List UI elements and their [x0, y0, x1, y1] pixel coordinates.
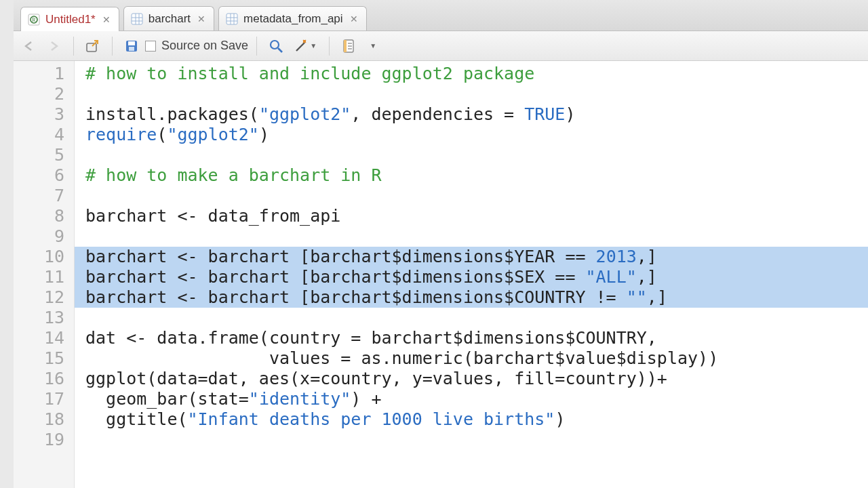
svg-text:R: R	[32, 17, 36, 23]
token-plain: geom_bar(stat=	[85, 389, 249, 409]
code-line[interactable]: # how to install and include ggplot2 pac…	[75, 64, 868, 84]
code-line[interactable]: values = as.numeric(barchart$value$displ…	[75, 348, 868, 369]
separator	[112, 37, 113, 56]
token-str: "Infant deaths per 1000 live births"	[188, 409, 555, 429]
save-button[interactable]	[121, 36, 142, 56]
svg-rect-5	[87, 43, 96, 52]
separator	[256, 37, 257, 56]
token-plain: )	[565, 104, 575, 124]
code-line[interactable]	[75, 430, 868, 450]
code-line[interactable]: # how to make a barchart in R	[75, 165, 868, 186]
code-line[interactable]: require("ggplot2")	[75, 125, 868, 145]
code-line[interactable]: dat <- data.frame(country = barchart$dim…	[75, 328, 868, 348]
token-str: "identity"	[249, 389, 351, 409]
caret-down-icon: ▼	[310, 42, 317, 49]
line-number: 7	[14, 186, 64, 206]
arrow-right-icon	[47, 41, 61, 52]
svg-rect-3	[132, 14, 142, 24]
source-on-save-toggle[interactable]: Source on Save	[145, 39, 248, 53]
token-plain: ,]	[647, 287, 667, 307]
close-icon[interactable]: ✕	[197, 14, 205, 24]
code-tools-button[interactable]: ▼	[290, 36, 321, 56]
source-on-save-label: Source on Save	[161, 39, 248, 53]
line-number: 19	[14, 430, 64, 450]
magic-wand-icon	[294, 39, 309, 54]
document-tab[interactable]: RUntitled1*✕	[20, 7, 119, 31]
token-plain: barchart <- data_from_api	[85, 206, 340, 226]
line-number: 8	[14, 206, 64, 226]
token-str: "ggplot2"	[167, 125, 258, 144]
code-line[interactable]: ggtitle("Infant deaths per 1000 live bir…	[75, 409, 868, 430]
svg-point-9	[271, 41, 279, 49]
line-number: 12	[14, 287, 64, 308]
token-plain: ggplot(data=dat, aes(x=country, y=values…	[85, 369, 667, 388]
code-line[interactable]: barchart <- barchart [barchart$dimension…	[75, 247, 868, 267]
document-tab[interactable]: barchart✕	[123, 6, 214, 30]
source-editor[interactable]: 12345678910111213141516171819 # how to i…	[14, 61, 868, 488]
token-plain: barchart <- barchart [barchart$dimension…	[85, 247, 596, 266]
token-plain: ggtitle(	[85, 409, 188, 429]
line-number: 14	[14, 328, 64, 348]
close-icon[interactable]: ✕	[102, 14, 111, 25]
back-button[interactable]	[19, 36, 41, 56]
svg-rect-7	[128, 41, 135, 45]
notebook-icon	[341, 39, 356, 54]
token-plain: ,]	[637, 267, 657, 287]
tab-title: Untitled1*	[45, 13, 96, 26]
more-menu-button[interactable]: ▼	[362, 36, 382, 56]
svg-rect-11	[344, 40, 347, 52]
close-icon[interactable]: ✕	[350, 14, 358, 24]
separator	[73, 37, 74, 56]
code-line[interactable]: barchart <- barchart [barchart$dimension…	[75, 287, 868, 308]
data-frame-icon	[226, 13, 238, 25]
token-plain: ,]	[637, 247, 657, 266]
tab-bar: RUntitled1*✕barchart✕metadata_from_api✕	[14, 0, 868, 31]
show-in-new-window-button[interactable]	[82, 36, 104, 56]
caret-down-icon: ▼	[370, 42, 376, 49]
token-plain: (	[157, 125, 167, 144]
document-tab[interactable]: metadata_from_api✕	[218, 6, 366, 30]
code-line[interactable]	[75, 84, 868, 104]
line-number: 2	[14, 84, 64, 104]
checkbox-icon	[145, 41, 156, 52]
forward-button[interactable]	[43, 36, 65, 56]
token-plain: install.packages(	[85, 104, 259, 124]
code-line[interactable]	[75, 186, 868, 206]
magnifier-icon	[269, 39, 283, 54]
line-number: 10	[14, 247, 64, 267]
code-line[interactable]: barchart <- data_from_api	[75, 206, 868, 226]
line-number: 3	[14, 104, 64, 125]
svg-rect-4	[226, 14, 237, 24]
popout-icon	[85, 39, 100, 53]
token-plain: barchart <- barchart [barchart$dimension…	[85, 287, 627, 307]
code-line[interactable]	[75, 308, 868, 328]
code-line[interactable]: barchart <- barchart [barchart$dimension…	[75, 267, 868, 287]
line-number: 18	[14, 409, 64, 430]
token-str: ""	[627, 287, 647, 307]
token-comment: # how to install and include ggplot2 pac…	[85, 64, 534, 83]
tab-title: barchart	[149, 12, 191, 26]
token-plain: )	[259, 125, 269, 144]
data-frame-icon	[131, 13, 143, 25]
line-number: 11	[14, 267, 64, 287]
code-line[interactable]	[75, 145, 868, 165]
token-key: require	[85, 125, 157, 144]
line-number: 13	[14, 308, 64, 328]
svg-rect-8	[129, 47, 134, 51]
compile-report-button[interactable]	[338, 36, 359, 56]
line-number-gutter: 12345678910111213141516171819	[14, 61, 75, 488]
token-plain: values = as.numeric(barchart$value$displ…	[85, 348, 718, 368]
code-line[interactable]	[75, 226, 868, 247]
token-plain: dat <- data.frame(country = barchart$dim…	[85, 328, 657, 348]
code-line[interactable]: install.packages("ggplot2", dependencies…	[75, 104, 868, 125]
find-replace-button[interactable]	[265, 36, 287, 56]
line-number: 16	[14, 369, 64, 389]
separator	[329, 37, 330, 56]
code-line[interactable]: ggplot(data=dat, aes(x=country, y=values…	[75, 369, 868, 389]
line-number: 1	[14, 64, 64, 84]
token-plain: )	[555, 409, 565, 429]
code-area[interactable]: # how to install and include ggplot2 pac…	[75, 61, 868, 488]
code-line[interactable]: geom_bar(stat="identity") +	[75, 389, 868, 409]
line-number: 6	[14, 165, 64, 186]
line-number: 9	[14, 226, 64, 247]
